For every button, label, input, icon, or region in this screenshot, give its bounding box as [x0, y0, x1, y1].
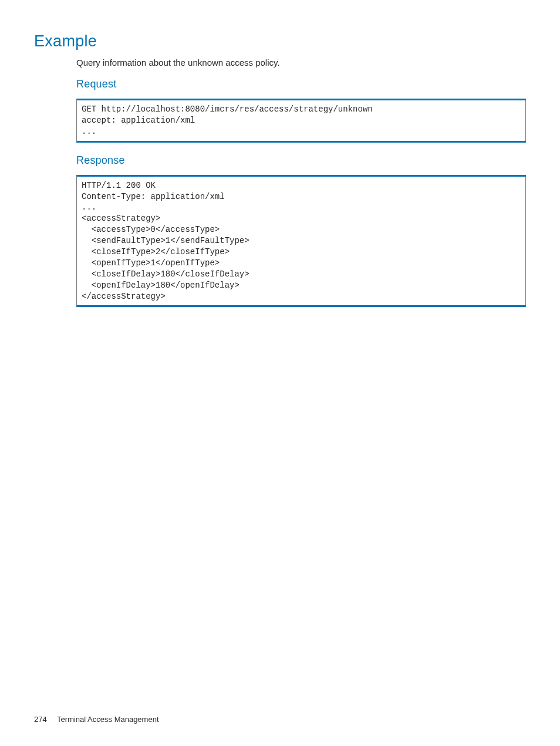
code-block-request: GET http://localhost:8080/imcrs/res/acce…	[76, 99, 526, 143]
intro-paragraph: Query information about the unknown acce…	[76, 58, 526, 67]
page-number: 274	[34, 715, 47, 724]
footer-section-title: Terminal Access Management	[57, 715, 158, 724]
page-footer: 274 Terminal Access Management	[34, 715, 159, 724]
section-heading-request: Request	[76, 78, 526, 90]
code-block-response: HTTP/1.1 200 OK Content-Type: applicatio…	[76, 175, 526, 308]
section-heading-example: Example	[34, 32, 526, 50]
section-heading-response: Response	[76, 154, 526, 167]
